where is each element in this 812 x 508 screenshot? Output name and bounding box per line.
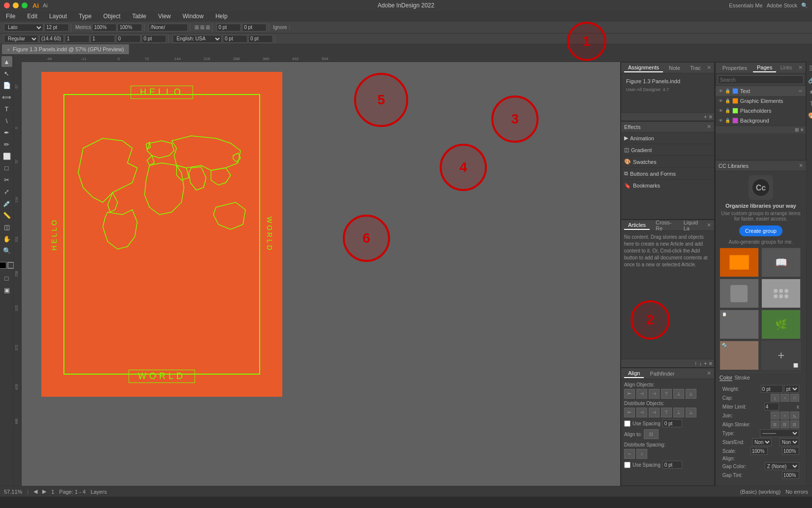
assignments-tab[interactable]: Assignments: [624, 64, 663, 72]
dist-right-btn[interactable]: ⊣: [649, 408, 660, 417]
font-size-input[interactable]: [44, 24, 69, 32]
gradient-tool[interactable]: ◫: [1, 222, 12, 232]
align-tab[interactable]: Align: [624, 369, 644, 378]
use-spacing-check[interactable]: [624, 420, 631, 427]
assignments-close-btn[interactable]: ✕: [707, 64, 711, 71]
scale-input-1[interactable]: [751, 447, 768, 455]
lock-icon-3[interactable]: 🔒: [725, 108, 730, 113]
panel-icon-layers[interactable]: ☰: [807, 64, 812, 73]
articles-options-btn[interactable]: ≡: [709, 360, 712, 366]
align-right-icon[interactable]: ≡: [206, 23, 210, 32]
articles-down-btn[interactable]: ↓: [699, 360, 702, 366]
language-selector[interactable]: English: USA: [173, 35, 222, 43]
pen-tool[interactable]: ✒: [1, 127, 12, 138]
gap-tint-input[interactable]: [782, 471, 799, 479]
col-input[interactable]: [65, 35, 90, 43]
offset-input[interactable]: [142, 35, 166, 43]
buttons-forms-item[interactable]: ⧉ Buttons and Forms: [621, 168, 714, 180]
assignments-add-btn[interactable]: +: [704, 114, 707, 120]
cc-thumb-6[interactable]: 🌿: [761, 310, 801, 339]
articles-close-btn[interactable]: ✕: [707, 222, 711, 228]
type-select[interactable]: ────: [760, 429, 799, 437]
start-select[interactable]: None: [752, 438, 772, 446]
spacing-value-input[interactable]: [662, 419, 682, 427]
animation-item[interactable]: ▶ Animation: [621, 132, 714, 144]
menu-table[interactable]: Table: [130, 12, 149, 21]
articles-up-btn[interactable]: ↑: [694, 360, 697, 366]
normal-mode-icon[interactable]: □: [1, 273, 12, 284]
articles-tab[interactable]: Articles: [624, 221, 650, 230]
type-tool[interactable]: T: [1, 103, 12, 114]
menu-help[interactable]: Help: [213, 12, 230, 21]
free-transform-tool[interactable]: ⤢: [1, 186, 12, 197]
none-selector[interactable]: [149, 24, 188, 32]
end-select[interactable]: None: [780, 438, 799, 446]
cc-libraries-close-btn[interactable]: ✕: [799, 162, 803, 169]
eye-icon-4[interactable]: 👁: [719, 118, 723, 123]
liquid-layout-tab[interactable]: Liquid La: [680, 219, 705, 232]
direct-select-tool[interactable]: ↖: [1, 68, 12, 79]
panel-icon-links[interactable]: 🔗: [807, 76, 812, 85]
preview-mode-icon[interactable]: ▣: [1, 285, 12, 295]
eye-icon[interactable]: 👁: [719, 89, 723, 94]
align-top-btn[interactable]: ⊤: [661, 389, 672, 399]
cc-thumb-1[interactable]: [720, 248, 759, 277]
layer-placeholder-item[interactable]: 👁 🔒 Placeholders: [716, 106, 806, 116]
zoom-input-1[interactable]: [92, 24, 117, 32]
pt-input-1[interactable]: [216, 24, 241, 32]
gradient-item[interactable]: ◫ Gradient: [621, 144, 714, 156]
rect-tool[interactable]: □: [1, 162, 12, 173]
pages-tab[interactable]: Pages: [753, 64, 776, 72]
layers-filter-icon[interactable]: ⊞: [795, 127, 799, 132]
cap-square-btn[interactable]: □: [790, 394, 799, 402]
dist-center-v-btn[interactable]: ⊥: [673, 408, 684, 417]
close-button[interactable]: [4, 2, 10, 8]
effects-close-btn[interactable]: ✕: [707, 124, 711, 130]
bookmarks-item[interactable]: 🔖 Bookmarks: [621, 180, 714, 191]
font-selector[interactable]: Lato: [4, 24, 43, 32]
align-bottom-btn[interactable]: ⊥: [686, 389, 696, 399]
panel-icon-swatches[interactable]: 🎨: [807, 111, 812, 120]
layers-link-tabs[interactable]: Links: [781, 65, 792, 70]
eye-icon-3[interactable]: 👁: [719, 108, 723, 113]
join-round-btn[interactable]: ○: [781, 412, 789, 419]
next-page-btn[interactable]: ▶: [42, 488, 46, 495]
adobe-stock-label[interactable]: Adobe Stock: [767, 2, 797, 8]
gutter-input[interactable]: [90, 35, 115, 43]
style-selector[interactable]: Regular: [4, 35, 38, 43]
pt-input-4[interactable]: [248, 35, 273, 43]
eyedrop-tool[interactable]: 💉: [1, 198, 12, 209]
align-close-btn[interactable]: ✕: [707, 370, 711, 377]
lock-icon-4[interactable]: 🔒: [725, 118, 730, 123]
hand-tool[interactable]: ✋: [1, 233, 12, 244]
panel-icon-text[interactable]: T: [807, 99, 812, 108]
align-stroke-inside-btn[interactable]: ⊡: [781, 420, 789, 428]
articles-add-btn[interactable]: +: [704, 360, 707, 366]
dist-center-h-btn[interactable]: ⊣: [636, 408, 647, 417]
menu-object[interactable]: Object: [101, 12, 122, 21]
cc-thumb-3[interactable]: [720, 279, 759, 308]
layer-text-item[interactable]: 👁 🔒 Text ✏: [716, 86, 806, 96]
lock-icon-2[interactable]: 🔒: [725, 98, 730, 103]
track-tab[interactable]: Trac: [686, 64, 705, 72]
inset-input[interactable]: [116, 35, 141, 43]
dist-space-v-btn[interactable]: ↕: [636, 449, 647, 459]
pencil-tool[interactable]: ✏: [1, 139, 12, 150]
assignments-options-btn[interactable]: ≡: [709, 114, 712, 120]
eye-icon-2[interactable]: 👁: [719, 98, 723, 103]
measure-tool[interactable]: 📏: [1, 210, 12, 221]
align-center-icon[interactable]: ≡: [200, 23, 205, 32]
rect-frame-tool[interactable]: ⬜: [1, 151, 12, 161]
menu-view[interactable]: View: [156, 12, 173, 21]
cc-thumb-4[interactable]: [761, 279, 801, 308]
layer-background-item[interactable]: 👁 🔒 Background: [716, 116, 806, 126]
align-to-btn[interactable]: ⊡: [644, 429, 659, 439]
layers-list-icon[interactable]: ≡: [801, 127, 804, 132]
align-right-edge-btn[interactable]: ⊣: [649, 389, 660, 399]
weight-input[interactable]: [761, 385, 783, 393]
essentials-label[interactable]: Essentials Me: [729, 2, 762, 8]
prev-page-btn[interactable]: ◀: [33, 488, 37, 495]
search-icon[interactable]: 🔍: [801, 2, 808, 9]
join-bevel-btn[interactable]: ◺: [790, 412, 799, 419]
align-center-v-btn[interactable]: ⊥: [673, 389, 684, 399]
